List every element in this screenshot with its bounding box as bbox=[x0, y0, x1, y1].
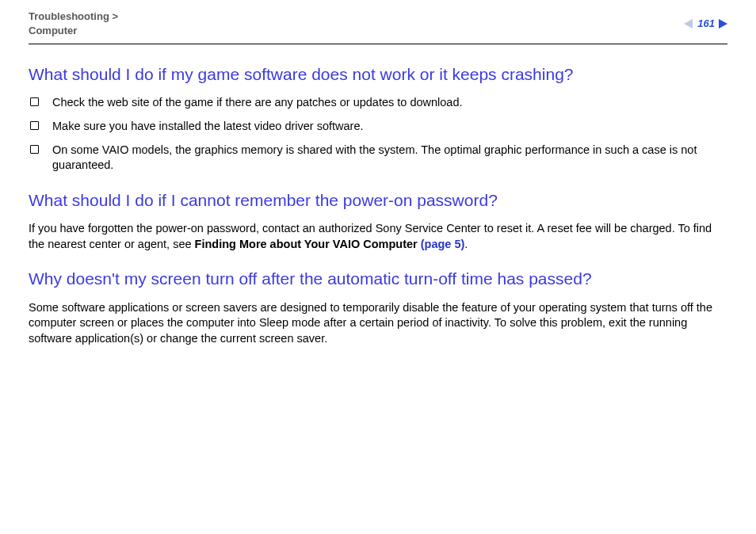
list-item-text: On some VAIO models, the graphics memory… bbox=[52, 143, 697, 172]
page-link[interactable]: (page 5) bbox=[421, 238, 465, 250]
paragraph-2: If you have forgotten the power-on passw… bbox=[29, 221, 727, 252]
paragraph-3: Some software applications or screen sav… bbox=[29, 300, 727, 347]
question-heading-2: What should I do if I cannot remember th… bbox=[29, 189, 727, 212]
page-header: Troubleshooting > Computer n 161 N bbox=[29, 10, 727, 44]
pager: n 161 N bbox=[684, 17, 727, 29]
paragraph-text-post: . bbox=[464, 238, 468, 250]
next-page-icon[interactable] bbox=[719, 19, 727, 29]
question-heading-1: What should I do if my game software doe… bbox=[29, 63, 727, 86]
page-content: What should I do if my game software doe… bbox=[29, 63, 727, 346]
breadcrumb: Troubleshooting > Computer bbox=[29, 10, 118, 37]
checkbox-icon bbox=[30, 121, 39, 130]
prev-page-icon[interactable] bbox=[684, 19, 693, 29]
list-item: On some VAIO models, the graphics memory… bbox=[29, 143, 727, 174]
breadcrumb-separator: > bbox=[109, 10, 118, 22]
question-heading-3: Why doesn't my screen turn off after the… bbox=[29, 268, 727, 290]
list-item-text: Make sure you have installed the latest … bbox=[52, 120, 364, 132]
paragraph-bold: Finding More about Your VAIO Computer bbox=[195, 238, 421, 250]
checkbox-icon bbox=[30, 97, 39, 106]
bullet-list-1: Check the web site of the game if there … bbox=[29, 95, 727, 173]
list-item: Check the web site of the game if there … bbox=[29, 95, 727, 111]
list-item-text: Check the web site of the game if there … bbox=[52, 96, 462, 109]
list-item: Make sure you have installed the latest … bbox=[29, 119, 727, 135]
breadcrumb-subsection: Computer bbox=[29, 25, 77, 36]
page-number: 161 bbox=[697, 17, 715, 29]
checkbox-icon bbox=[30, 145, 39, 154]
breadcrumb-section: Troubleshooting bbox=[29, 10, 109, 22]
